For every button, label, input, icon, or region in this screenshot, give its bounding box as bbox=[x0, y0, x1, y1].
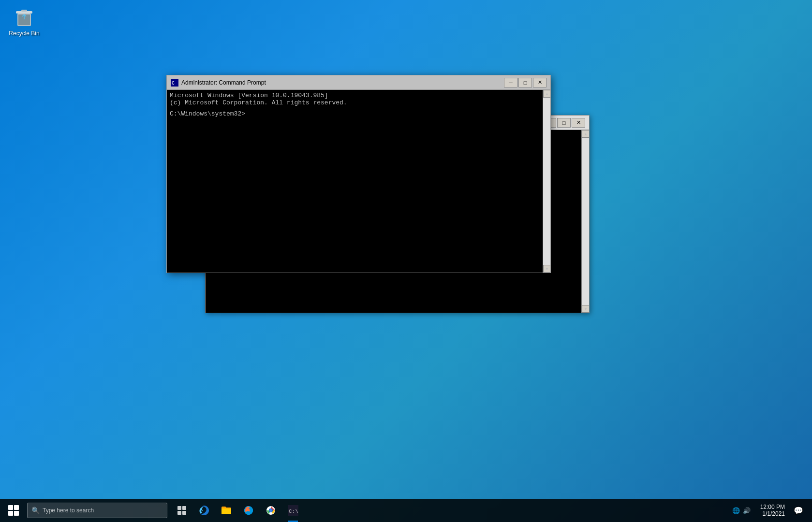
taskbar-firefox[interactable] bbox=[238, 499, 259, 522]
taskbar-task-view[interactable] bbox=[171, 499, 192, 522]
scroll-track-main[interactable] bbox=[543, 98, 550, 265]
task-view-icon bbox=[176, 505, 188, 516]
taskbar-cmd[interactable]: C:\ bbox=[282, 499, 304, 522]
volume-tray-icon[interactable]: 🔊 bbox=[743, 507, 751, 514]
search-placeholder: Type here to search bbox=[43, 507, 94, 514]
taskbar-apps: C:\ bbox=[171, 499, 304, 522]
cmd-prompt: C:\Windows\system32> bbox=[170, 110, 538, 117]
notification-center-button[interactable]: 💬 bbox=[791, 499, 806, 522]
cmd-content-main[interactable]: Microsoft Windows [Version 10.0.19043.98… bbox=[167, 90, 550, 273]
scroll-up-secondary[interactable]: ▲ bbox=[582, 130, 589, 138]
maximize-button-main[interactable]: □ bbox=[518, 78, 532, 87]
scroll-track-secondary[interactable] bbox=[582, 138, 589, 305]
folder-icon bbox=[221, 505, 232, 516]
svg-rect-8 bbox=[177, 511, 181, 515]
tray-icons: 🌐 🔊 bbox=[728, 507, 754, 514]
scrollbar-secondary[interactable]: ▲ ▼ bbox=[581, 130, 589, 313]
notification-icon: 💬 bbox=[794, 506, 803, 515]
window-controls: ─ □ ✕ bbox=[504, 78, 546, 87]
maximize-button-secondary[interactable]: □ bbox=[557, 118, 571, 128]
cmd-line2: (c) Microsoft Corporation. All rights re… bbox=[170, 99, 538, 106]
taskbar-explorer[interactable] bbox=[216, 499, 237, 522]
chrome-icon bbox=[265, 505, 277, 516]
system-tray: 🌐 🔊 12:00 PM 1/1/2021 💬 bbox=[728, 499, 810, 522]
minimize-button-main[interactable]: ─ bbox=[504, 78, 517, 87]
cmd-window-main[interactable]: C Administrator: Command Prompt ─ □ ✕ Mi… bbox=[166, 75, 551, 273]
taskbar-search[interactable]: 🔍 Type here to search bbox=[27, 503, 167, 518]
search-icon: 🔍 bbox=[31, 507, 40, 514]
svg-point-14 bbox=[269, 509, 272, 512]
svg-rect-9 bbox=[182, 511, 186, 515]
firefox-icon bbox=[243, 505, 254, 516]
cmd-line1: Microsoft Windows [Version 10.0.19043.98… bbox=[170, 92, 538, 99]
close-button-main[interactable]: ✕ bbox=[533, 78, 546, 87]
edge-icon bbox=[198, 505, 210, 516]
recycle-bin[interactable]: Recycle Bin bbox=[7, 5, 41, 37]
svg-rect-3 bbox=[21, 10, 27, 12]
svg-rect-7 bbox=[182, 506, 186, 510]
tray-date: 1/1/2021 bbox=[762, 510, 785, 517]
cmd-title: Administrator: Command Prompt bbox=[181, 79, 504, 86]
desktop: Recycle Bin ─ □ ✕ ▲ ▼ C Adm bbox=[0, 0, 812, 522]
close-button-secondary[interactable]: ✕ bbox=[572, 118, 585, 128]
svg-text:C:\: C:\ bbox=[289, 508, 298, 514]
system-clock[interactable]: 12:00 PM 1/1/2021 bbox=[756, 504, 789, 517]
taskbar-chrome[interactable] bbox=[260, 499, 281, 522]
taskbar: 🔍 Type here to search bbox=[0, 499, 812, 522]
recycle-bin-label: Recycle Bin bbox=[9, 30, 39, 37]
svg-rect-6 bbox=[177, 506, 181, 510]
scrollbar-main[interactable]: ▲ ▼ bbox=[543, 90, 550, 273]
windows-logo-icon bbox=[8, 505, 19, 516]
taskbar-edge[interactable] bbox=[193, 499, 215, 522]
svg-text:C: C bbox=[172, 81, 175, 86]
cmd-titlebar-main: C Administrator: Command Prompt ─ □ ✕ bbox=[167, 75, 550, 90]
tray-time: 12:00 PM bbox=[760, 504, 785, 510]
scroll-down-secondary[interactable]: ▼ bbox=[582, 305, 589, 313]
scroll-up-main[interactable]: ▲ bbox=[543, 90, 550, 98]
cmd-icon: C bbox=[171, 79, 178, 87]
recycle-bin-icon bbox=[13, 5, 36, 28]
scroll-down-main[interactable]: ▼ bbox=[543, 265, 550, 273]
cmd-taskbar-icon: C:\ bbox=[287, 505, 299, 516]
network-tray-icon[interactable]: 🌐 bbox=[732, 507, 740, 514]
start-button[interactable] bbox=[2, 499, 25, 522]
